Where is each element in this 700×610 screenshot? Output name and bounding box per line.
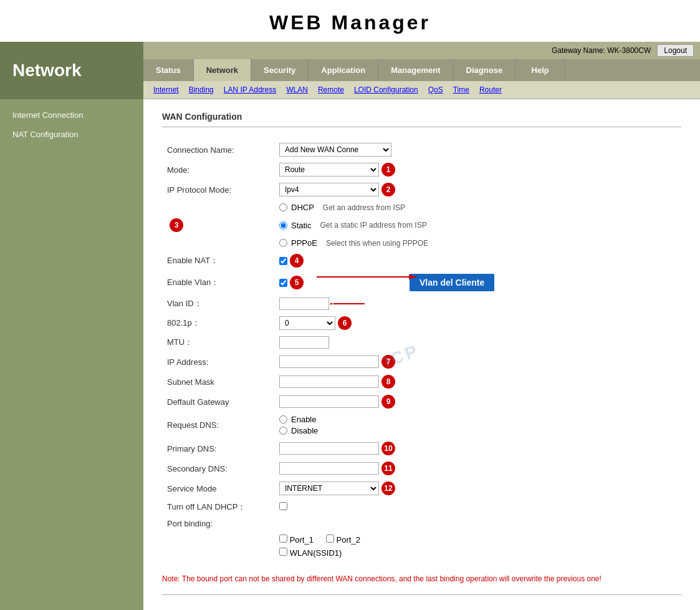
checkbox-enable-nat[interactable] <box>279 257 287 265</box>
subtab-router[interactable]: Router <box>474 84 507 96</box>
row-pppoe: PPPoE Select this when using PPPOE <box>162 235 681 251</box>
radio-pppoe[interactable] <box>279 239 287 247</box>
nav-tabs: Status Network Security Application Mana… <box>143 59 700 81</box>
cell-request-dns: Enable Disable <box>274 412 681 438</box>
tab-help[interactable]: Help <box>515 59 565 81</box>
tab-security[interactable]: Security <box>251 59 309 81</box>
badge-10: 10 <box>381 442 395 455</box>
row-turn-off-lan-dhcp: Turn off LAN DHCP： <box>162 498 681 516</box>
cell-enable-vlan: 5 Vlan del <box>274 271 681 294</box>
row-primary-dns: Primary DNS: 8.8.8.8 10 <box>162 438 681 458</box>
subtab-remote[interactable]: Remote <box>313 84 349 96</box>
checkbox-turn-off-lan-dhcp[interactable] <box>279 502 287 510</box>
mtu-input[interactable]: 1500 <box>279 336 329 349</box>
row-ip-protocol: IP Protocol Mode: Ipv4 Ipv6 Ipv4/Ipv6 2 <box>162 180 681 200</box>
logout-button[interactable]: Logout <box>657 44 694 57</box>
badge-1: 1 <box>381 163 395 177</box>
cell-dhcp: DHCP Get an address from ISP <box>274 200 681 215</box>
cell-ip-address: 192.168.47.50 7 <box>274 352 681 372</box>
checkbox-port1[interactable] <box>279 535 287 543</box>
cell-primary-dns: 8.8.8.8 10 <box>274 438 681 458</box>
subtab-time[interactable]: Time <box>448 84 474 96</box>
tab-diagnose[interactable]: Diagnose <box>454 59 516 81</box>
service-mode-select[interactable]: INTERNET VOIP IPTV <box>279 482 379 495</box>
subtab-internet[interactable]: Internet <box>148 84 184 96</box>
gateway-name: Gateway Name: WK-3800CW <box>552 46 651 55</box>
secondary-dns-input[interactable]: 8.8.4.4 <box>279 462 379 475</box>
primary-dns-input[interactable]: 8.8.8.8 <box>279 442 379 455</box>
cell-secondary-dns: 8.8.4.4 11 <box>274 458 681 478</box>
tab-status[interactable]: Status <box>143 59 194 81</box>
radio-static[interactable] <box>279 221 287 230</box>
row-enable-nat: Enable NAT： 4 <box>162 251 681 271</box>
label-dhcp: DHCP <box>291 203 314 212</box>
row-mode: Mode: Route Bridge 1 <box>162 160 681 180</box>
label-port1[interactable]: Port_1 <box>279 535 314 545</box>
bottom-buttons: Save/Apply Del <box>162 608 681 610</box>
label-primary-dns: Primary DNS: <box>162 438 274 458</box>
subtab-loid[interactable]: LOID Configuration <box>349 84 423 96</box>
subtab-qos[interactable]: QoS <box>423 84 448 96</box>
cell-default-gateway: 192.168.47.250 9 <box>274 392 681 412</box>
label-request-dns: Request DNS: <box>162 412 274 438</box>
badge-8: 8 <box>381 375 395 389</box>
checkbox-port2[interactable] <box>326 535 334 543</box>
row-port-binding-options: Port_1 Port_2 WLAN(SSID1) <box>162 531 681 561</box>
cell-mode: Route Bridge 1 <box>274 160 681 180</box>
label-pppoe: PPPoE <box>291 238 317 248</box>
dot1p-select[interactable]: 0 <box>279 316 335 330</box>
sidebar-nav: Internet Connection NAT Configuration <box>0 99 143 150</box>
label-port-binding: Port binding: <box>162 516 274 531</box>
tab-management[interactable]: Management <box>378 59 453 81</box>
default-gateway-input[interactable]: 192.168.47.250 <box>279 395 379 408</box>
label-enable-nat: Enable NAT： <box>162 251 274 271</box>
subtab-lan-ip[interactable]: LAN IP Address <box>219 84 282 96</box>
subtab-wlan[interactable]: WLAN <box>281 84 313 96</box>
badge-9: 9 <box>381 395 395 409</box>
row-service-mode: Service Mode INTERNET VOIP IPTV 12 <box>162 478 681 498</box>
connection-name-select[interactable]: Add New WAN Conne <box>279 143 391 157</box>
sidebar-title: Network <box>0 42 143 99</box>
label-dns-enable: Enable <box>291 415 316 424</box>
tab-network[interactable]: Network <box>194 59 251 81</box>
label-enable-vlan: Enable Vlan： <box>162 271 274 294</box>
row-port-binding: Port binding: <box>162 516 681 531</box>
bottom-divider <box>162 594 681 595</box>
label-turn-off-lan-dhcp: Turn off LAN DHCP： <box>162 498 274 516</box>
radio-dns-disable[interactable] <box>279 427 287 435</box>
radio-dhcp[interactable] <box>279 203 287 211</box>
ip-address-input[interactable]: 192.168.47.50 <box>279 356 379 368</box>
cell-ip-protocol: Ipv4 Ipv6 Ipv4/Ipv6 2 <box>274 180 681 200</box>
row-dhcp: DHCP Get an address from ISP <box>162 200 681 215</box>
sidebar-item-internet[interactable]: Internet Connection <box>0 105 143 125</box>
row-default-gateway: Deffault Gateway 192.168.47.250 9 <box>162 392 681 412</box>
cell-enable-nat: 4 <box>274 251 681 271</box>
vlan-id-input[interactable]: 400 <box>279 298 329 310</box>
label-secondary-dns: Secondary DNS: <box>162 458 274 478</box>
tab-application[interactable]: Application <box>309 59 378 81</box>
cell-turn-off-lan-dhcp <box>274 498 681 516</box>
ip-protocol-select[interactable]: Ipv4 Ipv6 Ipv4/Ipv6 <box>279 183 379 196</box>
checkbox-wlan[interactable] <box>279 548 287 556</box>
row-vlan-id: Vlan ID： 400 <box>162 294 681 313</box>
sidebar: Network Internet Connection NAT Configur… <box>0 42 143 610</box>
top-bar: Gateway Name: WK-3800CW Logout <box>143 42 700 59</box>
label-wlan[interactable]: WLAN(SSID1) <box>279 548 342 558</box>
row-mtu: MTU： 1500 <box>162 333 681 352</box>
badge-5: 5 <box>290 276 304 289</box>
cell-mtu: 1500 <box>274 333 681 352</box>
label-service-mode: Service Mode <box>162 478 274 498</box>
mode-select[interactable]: Route Bridge <box>279 163 379 177</box>
label-port2[interactable]: Port_2 <box>326 535 360 545</box>
subnet-mask-input[interactable]: 255.255.255.0 <box>279 375 379 388</box>
badge-3: 3 <box>170 218 183 232</box>
note-text: Note: The bound port can not be shared b… <box>162 573 681 584</box>
subtab-binding[interactable]: Binding <box>184 84 219 96</box>
desc-static: Get a static IP address from ISP <box>320 221 427 230</box>
checkbox-enable-vlan[interactable] <box>279 279 287 287</box>
sidebar-item-nat[interactable]: NAT Configuration <box>0 125 143 144</box>
radio-dns-enable[interactable] <box>279 415 287 424</box>
vlan-arrow-svg <box>330 298 368 310</box>
row-secondary-dns: Secondary DNS: 8.8.4.4 11 <box>162 458 681 478</box>
label-ip-address: IP Address: <box>162 352 274 372</box>
